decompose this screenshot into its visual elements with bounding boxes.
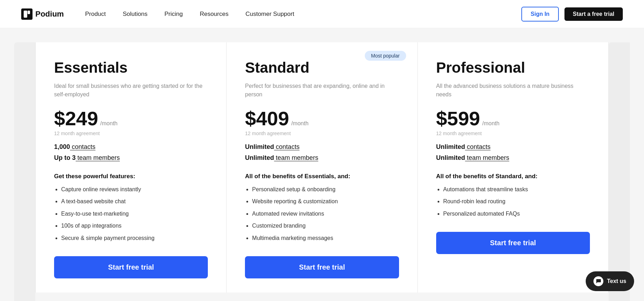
standard-features-list: Personalized setup & onboarding Website …	[245, 186, 399, 242]
standard-plan-name: Standard	[245, 59, 399, 76]
logo-text: Podium	[35, 10, 64, 19]
plan-standard: Most popular Standard Perfect for busine…	[227, 42, 417, 293]
standard-cta-button[interactable]: Start free trial	[245, 256, 399, 278]
professional-plan-desc: All the advanced business solutions a ma…	[436, 82, 590, 99]
standard-contacts-bold: Unlimited	[245, 143, 274, 150]
standard-members: Unlimited team members	[245, 154, 399, 162]
standard-price: $409 /month	[245, 109, 399, 128]
essentials-members-bold: Up to 3	[54, 154, 76, 161]
nav-resources[interactable]: Resources	[200, 11, 228, 18]
svg-rect-0	[24, 11, 27, 18]
essentials-price-amount: $249	[54, 109, 98, 128]
essentials-agreement: 12 month agreement	[54, 131, 208, 136]
list-item: Personalized setup & onboarding	[252, 186, 399, 193]
professional-price-amount: $599	[436, 109, 480, 128]
navbar-actions: Sign In Start a free trial	[521, 7, 623, 22]
professional-contacts: Unlimited contacts	[436, 143, 590, 151]
professional-price-period: /month	[482, 120, 499, 127]
standard-features-heading: All of the benefits of Essentials, and:	[245, 173, 399, 180]
nav-product[interactable]: Product	[85, 11, 106, 18]
essentials-contacts-rest: contacts	[70, 143, 95, 150]
list-item: Secure & simple payment processing	[61, 234, 208, 242]
standard-contacts-rest: contacts	[274, 143, 299, 150]
professional-contacts-bold: Unlimited	[436, 143, 465, 150]
svg-rect-1	[28, 11, 30, 14]
left-decoration	[14, 42, 35, 301]
professional-cta-button[interactable]: Start free trial	[436, 232, 590, 254]
essentials-plan-desc: Ideal for small businesses who are getti…	[54, 82, 208, 99]
professional-features-list: Automations that streamline tasks Round-…	[436, 186, 590, 218]
list-item: Multimedia marketing messages	[252, 234, 399, 242]
start-trial-nav-button[interactable]: Start a free trial	[564, 7, 623, 21]
essentials-features-heading: Get these powerful features:	[54, 173, 208, 180]
professional-members-rest: team members	[465, 154, 509, 161]
professional-price: $599 /month	[436, 109, 590, 128]
standard-agreement: 12 month agreement	[245, 131, 399, 136]
standard-contacts: Unlimited contacts	[245, 143, 399, 151]
essentials-price: $249 /month	[54, 109, 208, 128]
professional-features-heading: All of the benefits of Standard, and:	[436, 173, 590, 180]
pricing-section: Essentials Ideal for small businesses wh…	[0, 28, 644, 301]
chat-widget-label: Text us	[607, 278, 626, 284]
navbar: Podium Product Solutions Pricing Resourc…	[0, 0, 644, 28]
essentials-cta-button[interactable]: Start free trial	[54, 256, 208, 278]
list-item: Automations that streamline tasks	[443, 186, 590, 193]
standard-members-bold: Unlimited	[245, 154, 274, 161]
plan-essentials: Essentials Ideal for small businesses wh…	[35, 42, 227, 293]
list-item: Round-robin lead routing	[443, 198, 590, 205]
essentials-contacts: 1,000 contacts	[54, 143, 208, 151]
standard-price-amount: $409	[245, 109, 289, 128]
nav-customer-support[interactable]: Customer Support	[245, 11, 294, 18]
standard-plan-desc: Perfect for businesses that are expandin…	[245, 82, 399, 99]
list-item: Personalized automated FAQs	[443, 210, 590, 218]
navbar-nav: Product Solutions Pricing Resources Cust…	[85, 11, 522, 18]
list-item: A text-based website chat	[61, 198, 208, 205]
essentials-members-rest: team members	[76, 154, 120, 161]
professional-members: Unlimited team members	[436, 154, 590, 162]
list-item: Automated review invitations	[252, 210, 399, 218]
list-item: Easy-to-use text-marketing	[61, 210, 208, 218]
essentials-features-list: Capture online reviews instantly A text-…	[54, 186, 208, 242]
standard-members-rest: team members	[274, 154, 318, 161]
nav-pricing[interactable]: Pricing	[164, 11, 183, 18]
pricing-cards: Essentials Ideal for small businesses wh…	[35, 42, 609, 293]
chat-icon	[593, 276, 603, 286]
standard-price-period: /month	[291, 120, 309, 127]
list-item: 100s of app integrations	[61, 222, 208, 230]
list-item: Website reporting & customization	[252, 198, 399, 205]
professional-members-bold: Unlimited	[436, 154, 465, 161]
most-popular-badge: Most popular	[365, 51, 406, 61]
professional-agreement: 12 month agreement	[436, 131, 590, 136]
list-item: Customized branding	[252, 222, 399, 230]
nav-solutions[interactable]: Solutions	[123, 11, 147, 18]
signin-button[interactable]: Sign In	[521, 7, 558, 22]
chat-widget[interactable]: Text us	[586, 271, 634, 291]
right-decoration	[609, 42, 630, 301]
logo[interactable]: Podium	[21, 8, 64, 20]
logo-icon	[21, 8, 33, 20]
professional-plan-name: Professional	[436, 59, 590, 76]
essentials-price-period: /month	[100, 120, 118, 127]
essentials-contacts-bold: 1,000	[54, 143, 70, 150]
essentials-members: Up to 3 team members	[54, 154, 208, 162]
professional-contacts-rest: contacts	[465, 143, 491, 150]
essentials-plan-name: Essentials	[54, 59, 208, 76]
plan-professional: Professional All the advanced business s…	[418, 42, 609, 293]
list-item: Capture online reviews instantly	[61, 186, 208, 193]
